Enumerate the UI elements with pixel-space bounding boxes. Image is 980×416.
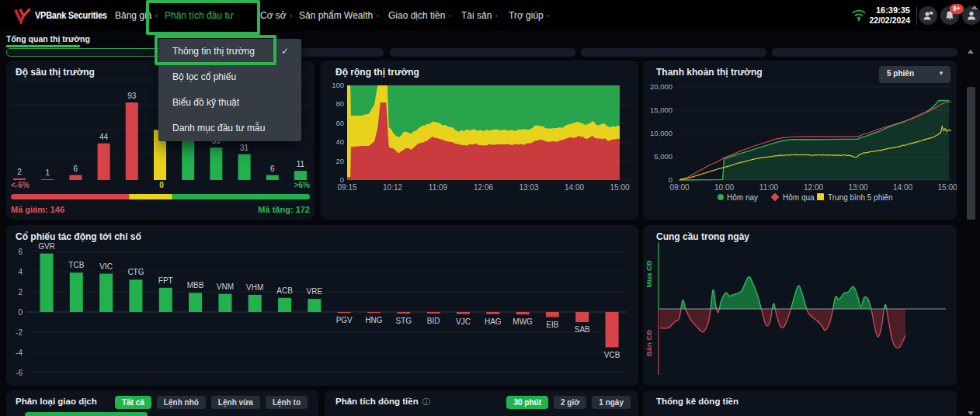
trade-class-button-1[interactable]: Lệnh nhỏ — [157, 396, 206, 409]
svg-text:Bán CĐ: Bán CĐ — [645, 330, 653, 356]
svg-text:11: 11 — [297, 160, 305, 168]
svg-text:6: 6 — [270, 165, 275, 173]
market-depth-title: Độ sâu thị trường — [16, 67, 95, 78]
svg-text:15,000: 15,000 — [650, 106, 672, 114]
svg-text:20: 20 — [335, 157, 344, 165]
subtab-pill-2[interactable] — [390, 48, 575, 57]
svg-text:2: 2 — [17, 168, 22, 176]
tab-underline — [6, 45, 80, 47]
money-flow-panel: Phân tích dòng tiềnⓘ 30 phút2 giờ1 ngày — [325, 390, 638, 416]
tab-market-overview[interactable]: Tổng quan thị trường — [6, 34, 90, 43]
svg-text:09:00: 09:00 — [669, 183, 689, 192]
caret-down-icon: · — [237, 10, 240, 21]
nav-item-1[interactable]: Phân tích đầu tư· — [165, 0, 240, 31]
svg-text:Mua CĐ: Mua CĐ — [645, 260, 653, 288]
flow-stats-panel: Thống kê dòng tiền — [643, 390, 957, 416]
svg-text:13:03: 13:03 — [519, 183, 538, 192]
top-nav: VPBank Securities Bảng giá·Phân tích đầu… — [0, 0, 980, 31]
svg-text:MBB: MBB — [187, 281, 204, 289]
svg-text:PGV: PGV — [336, 316, 353, 324]
svg-text:0: 0 — [159, 181, 164, 189]
support-button[interactable] — [919, 6, 937, 25]
scrollbar-down-arrow[interactable] — [968, 411, 974, 415]
svg-text:1: 1 — [45, 168, 50, 177]
svg-text:STG: STG — [396, 317, 412, 325]
svg-text:SAB: SAB — [575, 325, 590, 334]
svg-text:4: 4 — [18, 268, 23, 276]
svg-text:60: 60 — [335, 119, 344, 127]
subtab-pill-3[interactable] — [581, 48, 766, 57]
nav-item-0[interactable]: Bảng giá· — [115, 0, 158, 31]
svg-text:BID: BID — [427, 317, 440, 325]
svg-text:100: 100 — [332, 81, 344, 89]
svg-text:VCB: VCB — [604, 351, 620, 359]
market-breadth-title: Độ rộng thị trường — [335, 67, 419, 78]
svg-text:>6%: >6% — [294, 181, 310, 189]
svg-text:HNG: HNG — [365, 316, 382, 324]
nav-item-4[interactable]: Giao dịch tiền· — [388, 0, 451, 31]
nav-divider — [916, 7, 917, 25]
svg-text:<-6%: <-6% — [11, 181, 30, 189]
scrollbar-up-arrow[interactable] — [968, 50, 974, 54]
menu-item-2[interactable]: Biểu đồ kỹ thuật — [158, 90, 301, 116]
svg-text:-6: -6 — [16, 369, 23, 377]
check-icon: ✓ — [281, 39, 289, 64]
svg-text:14:00: 14:00 — [565, 183, 584, 192]
info-icon: ⓘ — [422, 397, 430, 406]
svg-text:11:00: 11:00 — [759, 183, 779, 192]
menu-item-3[interactable]: Danh mục đầu tư mẫu — [158, 116, 301, 141]
svg-text:0: 0 — [18, 308, 23, 317]
index-impact-chart: -6-4-20246GVRTCBVICCTGFPTMBBVNMVHMACBVRE… — [6, 225, 638, 386]
chevron-down-icon: ▼ — [938, 70, 944, 77]
svg-text:FPT: FPT — [158, 276, 173, 285]
caret-down-icon: · — [547, 10, 550, 21]
svg-text:VNM: VNM — [217, 283, 234, 291]
svg-text:12:06: 12:06 — [474, 183, 493, 192]
money-flow-button-1[interactable]: 2 giờ — [554, 396, 586, 409]
svg-text:GVR: GVR — [38, 242, 55, 251]
supply-demand-panel: Cung cầu trong ngày Mua CĐBán CĐ — [643, 225, 957, 386]
support-agent-icon — [923, 10, 933, 21]
nav-item-2[interactable]: Cơ sở· — [260, 0, 293, 31]
svg-text:Hôm qua: Hôm qua — [783, 193, 815, 202]
trade-class-button-2[interactable]: Lệnh vừa — [211, 396, 260, 409]
svg-text:VHM: VHM — [246, 283, 263, 292]
money-flow-title: Phân tích dòng tiềnⓘ — [335, 397, 430, 407]
svg-text:MWG: MWG — [513, 317, 533, 326]
svg-text:Mã tăng: 172: Mã tăng: 172 — [258, 205, 310, 214]
nav-item-5[interactable]: Tài sản· — [461, 0, 498, 31]
market-breadth-panel: Độ rộng thị trường 02040608010009:1510:1… — [321, 61, 638, 220]
menu-item-0[interactable]: Thông tin thị trường✓ — [158, 39, 301, 64]
bottom-green-button[interactable] — [25, 412, 148, 416]
menu-item-1[interactable]: Bộ lọc cổ phiếu — [158, 64, 301, 90]
nav-item-6[interactable]: Trợ giúp· — [509, 0, 550, 31]
svg-text:CTG: CTG — [127, 268, 144, 276]
flow-stats-title: Thống kê dòng tiền — [656, 397, 738, 406]
money-flow-button-2[interactable]: 1 ngày — [592, 396, 631, 409]
svg-text:93: 93 — [127, 92, 137, 100]
money-flow-button-0[interactable]: 30 phút — [506, 396, 548, 409]
vpbank-logo[interactable]: VPBank Securities — [14, 6, 115, 26]
clock: 16:39:35 22/02/2024 — [854, 5, 910, 26]
svg-text:Mã giảm: 146: Mã giảm: 146 — [11, 205, 64, 214]
scrollbar-thumb[interactable] — [967, 87, 975, 220]
svg-text:Hôm nay: Hôm nay — [727, 193, 758, 202]
caret-down-icon: · — [290, 10, 293, 21]
svg-text:10,000: 10,000 — [650, 129, 672, 137]
svg-text:20,000: 20,000 — [650, 82, 672, 91]
nav-item-3[interactable]: Sản phẩm Wealth· — [299, 0, 379, 31]
svg-text:ACB: ACB — [276, 286, 293, 295]
svg-text:5,000: 5,000 — [654, 152, 672, 161]
analysis-dropdown-menu: Thông tin thị trường✓Bộ lọc cổ phiếuBiểu… — [158, 39, 301, 141]
svg-text:44: 44 — [99, 133, 109, 141]
subtab-pill-4[interactable] — [772, 48, 957, 57]
session-select-value: 5 phiên — [887, 69, 914, 78]
logo-text: VPBank Securities — [35, 10, 107, 21]
svg-text:VJC: VJC — [456, 317, 471, 326]
liquidity-title: Thanh khoản thị trường — [656, 67, 763, 78]
trade-class-button-0[interactable]: Tất cả — [115, 396, 151, 409]
svg-text:14:00: 14:00 — [893, 183, 912, 192]
trade-class-button-3[interactable]: Lệnh to — [266, 396, 308, 409]
session-select[interactable]: 5 phiên ▼ — [879, 66, 950, 83]
user-icon — [966, 10, 977, 21]
